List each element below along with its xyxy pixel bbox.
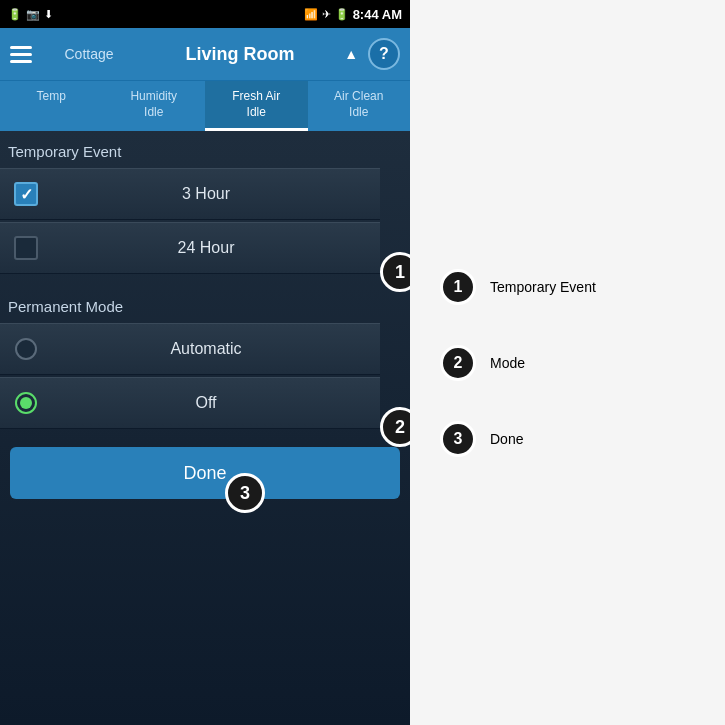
option-row-off[interactable]: Off xyxy=(0,377,380,429)
hamburger-menu[interactable] xyxy=(10,46,32,63)
done-button-container: Done 3 xyxy=(0,431,410,509)
download-icon: ⬇ xyxy=(44,8,53,21)
option-row-automatic[interactable]: Automatic xyxy=(0,323,380,375)
legend-item-1: 1 Temporary Event xyxy=(440,269,695,305)
done-button[interactable]: Done xyxy=(10,447,400,499)
airplane-icon: ✈ xyxy=(322,8,331,21)
radio-btn-automatic xyxy=(15,338,37,360)
top-nav: Cottage Living Room ▲ ? xyxy=(0,28,410,80)
legend-badge-1: 1 xyxy=(440,269,476,305)
legend-badge-2: 2 xyxy=(440,345,476,381)
radio-off[interactable] xyxy=(10,387,42,419)
badge-3: 3 xyxy=(225,473,265,513)
tab-bar: Temp HumidityIdle Fresh AirIdle Air Clea… xyxy=(0,80,410,131)
nav-cottage: Cottage xyxy=(42,46,136,62)
option-row-24hour[interactable]: 24 Hour xyxy=(0,222,380,274)
temporary-event-section: Temporary Event 3 Hour 24 Hour 1 xyxy=(0,131,410,276)
battery-icon: 🔋 xyxy=(335,8,349,21)
tab-temp[interactable]: Temp xyxy=(0,81,103,131)
option-label-off: Off xyxy=(42,394,370,412)
permanent-mode-section: Permanent Mode Automatic Off 2 xyxy=(0,286,410,431)
main-content: Temporary Event 3 Hour 24 Hour 1 Permane… xyxy=(0,131,410,725)
legend-panel: 1 Temporary Event 2 Mode 3 Done xyxy=(410,0,725,725)
status-left-icons: 🔋 📷 ⬇ xyxy=(8,8,53,21)
battery-left-icon: 🔋 xyxy=(8,8,22,21)
option-label-3hour: 3 Hour xyxy=(42,185,370,203)
legend-text-2: Mode xyxy=(490,355,525,371)
tab-humidity[interactable]: HumidityIdle xyxy=(103,81,206,131)
legend-text-1: Temporary Event xyxy=(490,279,596,295)
wifi-icon: 📶 xyxy=(304,8,318,21)
photo-icon: 📷 xyxy=(26,8,40,21)
temporary-event-header: Temporary Event xyxy=(0,131,380,168)
checkbox-unchecked-icon xyxy=(14,236,38,260)
permanent-mode-header: Permanent Mode xyxy=(0,286,380,323)
help-button[interactable]: ? xyxy=(368,38,400,70)
radio-btn-off xyxy=(15,392,37,414)
legend-item-2: 2 Mode xyxy=(440,345,695,381)
legend-text-3: Done xyxy=(490,431,523,447)
signal-icon: ▲ xyxy=(344,46,358,62)
nav-room: Living Room xyxy=(146,44,334,65)
status-time: 8:44 AM xyxy=(353,7,402,22)
checkbox-24hour[interactable] xyxy=(10,232,42,264)
option-row-3hour[interactable]: 3 Hour xyxy=(0,168,380,220)
status-right-area: 📶 ✈ 🔋 8:44 AM xyxy=(304,7,402,22)
phone-panel: 🔋 📷 ⬇ 📶 ✈ 🔋 8:44 AM Cottage Living Room … xyxy=(0,0,410,725)
option-label-automatic: Automatic xyxy=(42,340,370,358)
legend-badge-3: 3 xyxy=(440,421,476,457)
option-label-24hour: 24 Hour xyxy=(42,239,370,257)
tab-fresh[interactable]: Fresh AirIdle xyxy=(205,81,308,131)
checkbox-3hour[interactable] xyxy=(10,178,42,210)
tab-airclean[interactable]: Air CleanIdle xyxy=(308,81,411,131)
status-bar: 🔋 📷 ⬇ 📶 ✈ 🔋 8:44 AM xyxy=(0,0,410,28)
radio-automatic[interactable] xyxy=(10,333,42,365)
checkbox-checked-icon xyxy=(14,182,38,206)
legend-item-3: 3 Done xyxy=(440,421,695,457)
